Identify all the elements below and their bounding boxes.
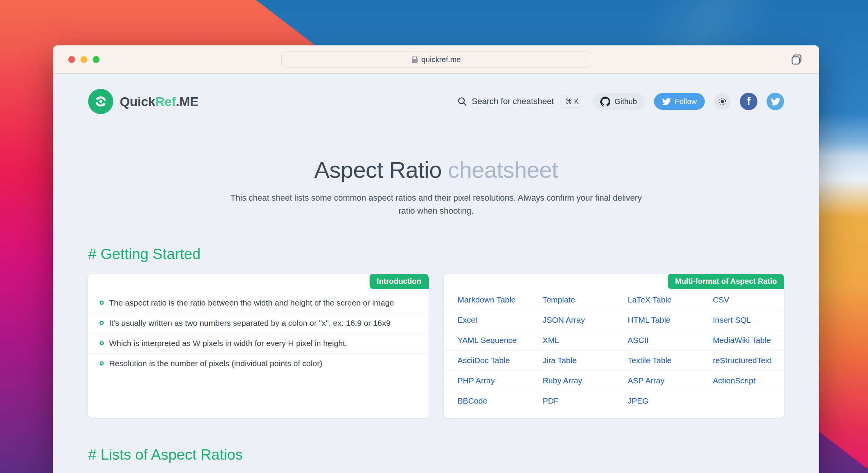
format-link[interactable]: Textile Table xyxy=(614,351,699,371)
site-title: QuickRef.ME xyxy=(120,94,198,109)
format-link[interactable]: reStructuredText xyxy=(699,351,784,371)
search-icon xyxy=(457,97,467,106)
page-title: Aspect Ratio cheatsheet xyxy=(53,157,819,183)
url-text: quickref.me xyxy=(421,55,461,64)
list-item: Which is interpreted as W pixels in widt… xyxy=(88,333,429,354)
format-link[interactable]: MediaWiki Table xyxy=(699,330,784,351)
quickref-logo-icon xyxy=(88,89,113,114)
facebook-icon: f xyxy=(747,95,751,108)
format-link[interactable]: JPEG xyxy=(614,391,699,411)
format-link[interactable]: Excel xyxy=(444,310,529,330)
format-link[interactable]: Markdown Table xyxy=(444,290,529,310)
formats-card-badge: Multi-format of Aspect Ratio xyxy=(668,274,784,289)
lock-icon xyxy=(411,56,418,63)
format-link[interactable]: ActionScript xyxy=(699,371,784,391)
format-link[interactable]: BBCode xyxy=(444,391,529,411)
format-link[interactable]: ASCII xyxy=(614,330,699,351)
twitter-follow-button[interactable]: Follow xyxy=(654,93,705,110)
format-link[interactable]: ASP Array xyxy=(614,371,699,391)
sun-icon xyxy=(718,97,727,106)
zoom-window-button[interactable] xyxy=(93,56,100,63)
twitter-button[interactable] xyxy=(767,93,784,110)
traffic-lights xyxy=(68,56,100,63)
format-link[interactable]: PHP Array xyxy=(444,371,529,391)
format-link[interactable]: PDF xyxy=(529,391,614,411)
format-link[interactable]: AsciiDoc Table xyxy=(444,351,529,371)
github-button[interactable]: Github xyxy=(592,93,645,110)
list-item: Resolution is the number of pixels (indi… xyxy=(88,354,429,373)
format-link[interactable]: JSON Array xyxy=(529,310,614,330)
intro-card-badge: Introduction xyxy=(370,274,429,289)
browser-window: quickref.me Quick xyxy=(53,45,819,473)
close-window-button[interactable] xyxy=(68,56,75,63)
copy-tabs-icon[interactable] xyxy=(790,53,803,66)
list-item: The aspect ratio is the ratio between th… xyxy=(88,293,429,313)
site-logo[interactable]: QuickRef.ME xyxy=(88,89,198,114)
format-link[interactable]: Ruby Array xyxy=(529,371,614,391)
intro-list: The aspect ratio is the ratio between th… xyxy=(88,293,429,373)
intro-card: Introduction The aspect ratio is the rat… xyxy=(88,274,429,418)
format-link[interactable]: LaTeX Table xyxy=(614,290,699,310)
browser-chrome: quickref.me xyxy=(53,45,819,74)
format-link[interactable]: Template xyxy=(529,290,614,310)
list-item: It's usually written as two numbers sepa… xyxy=(88,313,429,333)
theme-toggle-button[interactable] xyxy=(714,93,731,110)
search-placeholder: Search for cheatsheet xyxy=(472,97,554,106)
format-link[interactable]: Jira Table xyxy=(529,351,614,371)
format-link[interactable]: XML xyxy=(529,330,614,351)
facebook-button[interactable]: f xyxy=(740,93,757,110)
page-description: This cheat sheet lists some common aspec… xyxy=(225,191,648,217)
formats-card: Multi-format of Aspect Ratio Markdown Ta… xyxy=(444,274,784,418)
minimize-window-button[interactable] xyxy=(80,56,87,63)
header-actions: Search for cheatsheet ⌘ K Github Follow xyxy=(457,93,784,110)
format-link[interactable]: Insert SQL xyxy=(699,310,784,330)
address-bar[interactable]: quickref.me xyxy=(281,51,591,68)
format-links-grid: Markdown TableTemplateLaTeX TableCSVExce… xyxy=(444,290,784,411)
search-shortcut-key: ⌘ K xyxy=(561,95,583,108)
github-icon xyxy=(600,97,611,107)
cards-row: Introduction The aspect ratio is the rat… xyxy=(88,274,784,418)
bullet-icon xyxy=(100,361,104,365)
bullet-icon xyxy=(100,301,104,305)
format-link[interactable]: YAML Sequence xyxy=(444,330,529,351)
bullet-icon xyxy=(100,321,104,325)
section-heading-lists-of-aspect-ratios: # Lists of Aspect Ratios xyxy=(88,446,819,463)
search-input[interactable]: Search for cheatsheet ⌘ K xyxy=(457,95,583,108)
follow-label: Follow xyxy=(675,97,697,106)
bullet-icon xyxy=(100,341,104,345)
format-link[interactable]: HTML Table xyxy=(614,310,699,330)
twitter-bird-icon xyxy=(662,97,671,106)
section-heading-getting-started: # Getting Started xyxy=(88,246,819,262)
site-header: QuickRef.ME Search for cheatsheet ⌘ K Gi… xyxy=(53,74,819,114)
hero: Aspect Ratio cheatsheet This cheat sheet… xyxy=(53,157,819,217)
format-link[interactable]: CSV xyxy=(699,290,784,310)
github-label: Github xyxy=(614,97,637,106)
page-content: QuickRef.ME Search for cheatsheet ⌘ K Gi… xyxy=(53,74,819,473)
twitter-icon xyxy=(771,97,780,106)
